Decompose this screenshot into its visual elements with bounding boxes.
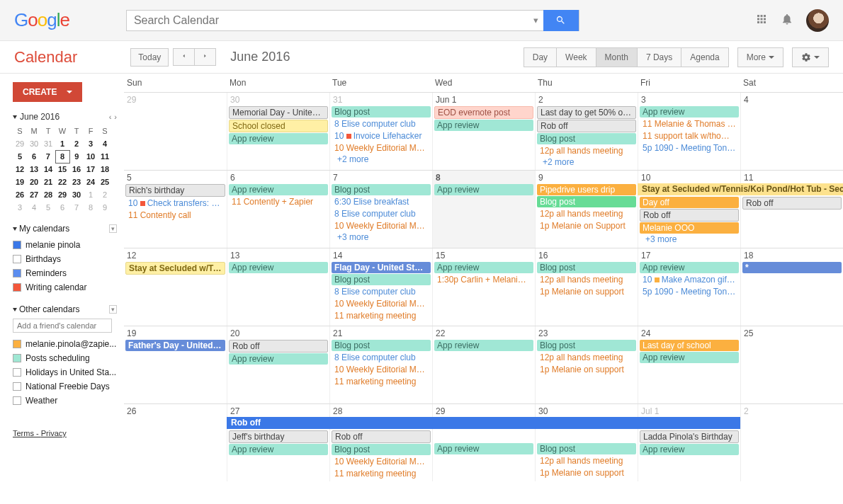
day-cell[interactable]: 3App review11 Melanie & Thomas Go11 supp…	[638, 93, 740, 170]
view-agenda[interactable]: Agenda	[681, 47, 728, 67]
event[interactable]: App review	[640, 106, 739, 118]
search-input[interactable]	[127, 14, 529, 27]
collapse-icon[interactable]: ▾	[109, 305, 117, 314]
mini-day[interactable]: 15	[55, 163, 69, 176]
event[interactable]: Jeff's birthday	[229, 430, 328, 443]
day-cell[interactable]: 15App review1:30p Carlin + Melanie ch	[432, 248, 535, 326]
event[interactable]: Day off	[640, 197, 739, 208]
calendar-item[interactable]: Reminders	[13, 266, 124, 280]
calendar-item[interactable]: melanie.pinola@zapie...	[13, 337, 124, 351]
mini-next[interactable]: ›	[114, 113, 117, 121]
event[interactable]: App review	[229, 444, 328, 455]
event[interactable]: 11 marketing meeting	[332, 376, 431, 387]
event[interactable]: App review	[434, 262, 533, 273]
event[interactable]: App review	[640, 352, 739, 363]
day-cell[interactable]: 29	[124, 93, 227, 170]
mini-prev[interactable]: ‹	[109, 113, 112, 121]
search-button[interactable]	[543, 10, 579, 31]
mini-day[interactable]: 8	[84, 201, 98, 214]
more-events[interactable]: +3 more	[640, 234, 739, 244]
event[interactable]: 5p 1090 - Meeting Tonigh	[640, 142, 739, 154]
event[interactable]: App review	[229, 133, 328, 144]
event[interactable]: 10 Invoice Lifehacker	[332, 130, 431, 142]
event[interactable]: Blog post	[332, 340, 431, 351]
event[interactable]: Pipedrive users drip	[537, 184, 636, 195]
event[interactable]: Blog post	[537, 133, 636, 144]
apps-icon[interactable]	[755, 13, 768, 28]
event[interactable]: 12p all hands meeting	[537, 455, 636, 466]
add-friend-input[interactable]	[13, 319, 112, 333]
event[interactable]: 12p all hands meeting	[537, 352, 636, 363]
event[interactable]: Last day of school	[640, 340, 739, 351]
day-cell[interactable]: Jul 1Ladda Pinola's BirthdayApp review	[638, 404, 740, 481]
event[interactable]: EOD evernote post	[434, 106, 533, 119]
mini-day[interactable]: 21	[41, 176, 55, 188]
event[interactable]: 8 Elise computer club	[332, 286, 431, 297]
event[interactable]: Blog post	[332, 274, 431, 285]
mini-day[interactable]: 9	[98, 201, 112, 214]
mini-day[interactable]: 4	[27, 201, 41, 214]
mini-day[interactable]: 20	[27, 176, 41, 188]
event[interactable]: 12p all hands meeting	[537, 145, 636, 156]
calendar-item[interactable]: Birthdays	[13, 252, 124, 266]
more-button[interactable]: More	[737, 47, 783, 67]
terms-link[interactable]: Terms	[13, 429, 34, 437]
day-cell[interactable]: 4	[740, 93, 843, 170]
day-cell[interactable]: 28Rob offBlog post10 Weekly Editorial Me…	[329, 404, 432, 481]
day-cell[interactable]: 14Flag Day - United StateeBlog post8 Eli…	[329, 248, 432, 326]
mini-day[interactable]: 29	[55, 188, 69, 201]
event[interactable]: 8 Elise computer club	[332, 352, 431, 363]
event[interactable]: App review	[229, 262, 328, 273]
event[interactable]: Blog post	[332, 444, 431, 455]
day-cell[interactable]: 29App review	[432, 404, 535, 481]
day-cell[interactable]: 2Last day to get 50% off nRob offBlog po…	[535, 93, 638, 170]
event[interactable]: Rob off	[537, 120, 636, 132]
event[interactable]: App review	[229, 184, 328, 195]
event[interactable]: Father's Day - United Stat	[125, 340, 225, 351]
event[interactable]: 10 Weekly Editorial Meeti	[332, 364, 431, 375]
event[interactable]: 11 marketing meeting	[332, 468, 431, 479]
calendar-item[interactable]: Holidays in United Sta...	[13, 365, 124, 379]
mini-day[interactable]: 11	[98, 150, 112, 163]
notifications-icon[interactable]	[781, 13, 793, 28]
day-cell[interactable]: 26	[124, 404, 227, 481]
mini-day[interactable]: 1	[55, 137, 69, 150]
day-cell[interactable]: 23Blog post12p all hands meeting1p Melan…	[535, 326, 638, 403]
mini-day[interactable]: 10	[84, 150, 98, 163]
mini-day[interactable]: 23	[69, 176, 84, 188]
event[interactable]: School closed	[229, 120, 328, 132]
mini-day[interactable]: 13	[27, 163, 41, 176]
event[interactable]: 1p Melanie on Support	[537, 220, 636, 231]
mini-day[interactable]: 25	[98, 176, 112, 188]
day-cell[interactable]: 18*	[740, 248, 843, 326]
event[interactable]: 6:30 Elise breakfast	[332, 196, 431, 207]
mini-day[interactable]: 12	[13, 163, 27, 176]
mini-day[interactable]: 28	[41, 188, 55, 201]
day-cell[interactable]: 13App review	[227, 248, 329, 326]
calendar-item[interactable]: melanie pinola	[13, 238, 124, 252]
event[interactable]: App review	[434, 340, 533, 351]
event[interactable]: 12p all hands meeting	[537, 274, 636, 285]
event[interactable]: Melanie OOO	[640, 222, 739, 234]
day-cell[interactable]: 5Rich's birthday10 Check transfers: sav1…	[124, 171, 227, 248]
event-span[interactable]: Rob off	[227, 417, 740, 429]
more-events[interactable]: +3 more	[332, 232, 431, 242]
mini-day[interactable]: 4	[98, 137, 112, 150]
event[interactable]: 8 Elise computer club	[332, 208, 431, 219]
settings-button[interactable]	[792, 47, 829, 67]
search-dropdown-icon[interactable]: ▾	[529, 15, 543, 25]
day-cell[interactable]: 17App review10 Make Amazon gift ca5p 109…	[638, 248, 740, 326]
event[interactable]: App review	[434, 443, 533, 454]
next-button[interactable]	[194, 48, 216, 66]
event[interactable]: App review	[434, 184, 533, 195]
event[interactable]: Flag Day - United Statee	[332, 262, 431, 273]
event[interactable]: 11 marketing meeting	[332, 310, 431, 321]
mini-day[interactable]: 5	[41, 201, 55, 214]
event[interactable]: 12p all hands meeting	[537, 208, 636, 219]
mini-calendar[interactable]: SMTWTFS293031123456789101112131415161718…	[13, 125, 112, 214]
event[interactable]: 10 Weekly Editorial Meeti	[332, 220, 431, 231]
collapse-icon[interactable]: ▾	[109, 224, 117, 233]
event[interactable]: 5p 1090 - Meeting Tonigh	[640, 286, 739, 297]
day-cell[interactable]: 9Pipedrive users dripBlog post12p all ha…	[535, 171, 638, 248]
create-button[interactable]: CREATE	[13, 82, 82, 102]
